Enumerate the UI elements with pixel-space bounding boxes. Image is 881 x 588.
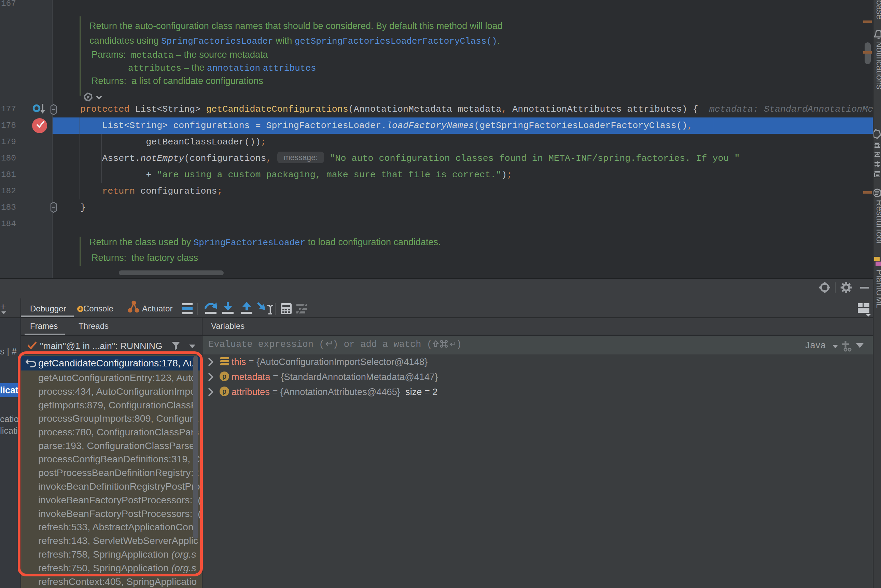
svg-text:p: p: [222, 387, 226, 395]
svg-text:p: p: [222, 372, 226, 380]
